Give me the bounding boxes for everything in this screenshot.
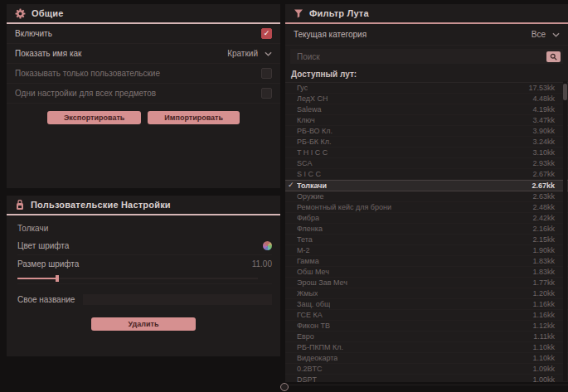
- list-item[interactable]: РБ-ВО Кл. 3.90kk: [285, 126, 568, 137]
- list-item[interactable]: М-2 1.90kk: [285, 245, 568, 256]
- list-item[interactable]: Salewa 4.19kk: [285, 104, 568, 115]
- list-item[interactable]: Фикон ТВ 1.12kk: [285, 321, 568, 332]
- item-value: 1.83kk: [532, 268, 555, 276]
- list-item[interactable]: SCA 2.93kk: [285, 158, 568, 169]
- item-value: 1.00kk: [532, 375, 555, 384]
- category-value: Все: [532, 30, 546, 39]
- item-value: 3.90kk: [532, 127, 555, 135]
- same-settings-checkbox[interactable]: [261, 88, 272, 99]
- enable-checkbox[interactable]: ✓: [261, 28, 272, 39]
- list-item[interactable]: T H I C C 3.10kk: [285, 148, 568, 158]
- setting-row-only-custom: Показывать только пользовательские: [7, 64, 280, 84]
- search-input[interactable]: [295, 51, 546, 62]
- import-button[interactable]: Импортировать: [148, 111, 240, 124]
- item-name: Фикон ТВ: [297, 322, 330, 330]
- slider-fill: [17, 278, 57, 279]
- font-color-row: Цвет шрифта: [17, 237, 272, 255]
- item-value: 2.42kk: [532, 214, 555, 222]
- item-value: 1.90kk: [532, 246, 555, 254]
- item-name: Фленка: [297, 225, 323, 233]
- item-value: 17.53kk: [528, 84, 555, 92]
- search-icon[interactable]: [546, 51, 561, 62]
- item-value: 1.20kk: [532, 289, 555, 298]
- item-name: Оружие: [297, 192, 324, 201]
- export-button[interactable]: Экспортировать: [47, 111, 141, 124]
- item-value: 3.24kk: [532, 138, 555, 146]
- divider: [17, 283, 272, 284]
- list-item[interactable]: Фленка 2.16kk: [285, 224, 568, 235]
- item-name: Жмых: [297, 289, 318, 298]
- list-item[interactable]: ЛедХ СН 4.48kk: [285, 94, 568, 104]
- item-name: Защ. общ: [297, 300, 330, 308]
- item-name: Толкачи: [297, 181, 327, 190]
- list-item[interactable]: Защ. общ 1.16kk: [285, 299, 568, 310]
- item-name: РБ-ПКПМ Кл.: [297, 343, 343, 351]
- item-value: 2.16kk: [532, 225, 555, 233]
- list-item[interactable]: Обш Меч 1.83kk: [285, 267, 568, 278]
- only-custom-checkbox[interactable]: [261, 68, 272, 79]
- list-item[interactable]: ГСЕ КА 1.16kk: [285, 310, 568, 321]
- item-name: Salewa: [297, 105, 322, 114]
- loot-list: Гус 17.53kk ЛедХ СН 4.48kk Salewa 4.19kk…: [285, 82, 568, 385]
- list-item[interactable]: Гамма 1.83kk: [285, 256, 568, 267]
- name-mode-select[interactable]: Краткий: [227, 49, 272, 58]
- item-value: 1.09kk: [532, 365, 555, 373]
- item-name: SCA: [297, 159, 313, 167]
- item-value: 1.11kk: [533, 332, 555, 341]
- item-name: Евро: [297, 332, 314, 341]
- item-value: 2.63kk: [532, 192, 555, 201]
- custom-name-input[interactable]: [83, 294, 272, 305]
- list-item[interactable]: Гус 17.53kk: [285, 83, 568, 94]
- list-item[interactable]: 0.2BTC 1.09kk: [285, 364, 568, 375]
- delete-button[interactable]: Удалить: [91, 317, 197, 331]
- item-value: 2.48kk: [532, 203, 555, 211]
- setting-row-enable: Включить ✓: [7, 24, 280, 44]
- item-name: S I C C: [297, 170, 321, 178]
- item-name: Тета: [297, 235, 313, 244]
- item-value: 4.19kk: [532, 105, 555, 114]
- name-mode-value: Краткий: [227, 49, 258, 58]
- category-select[interactable]: Все: [532, 30, 560, 39]
- search-box: [290, 49, 563, 64]
- list-item[interactable]: Эрош Зав Меч 1.77kk: [285, 278, 568, 288]
- list-item[interactable]: Евро 1.11kk: [285, 332, 568, 342]
- list-scrollbar-thumb[interactable]: [563, 84, 567, 100]
- item-value: 1.16kk: [532, 311, 555, 319]
- list-item[interactable]: Ключ 3.47kk: [285, 115, 568, 126]
- item-value: 1.16kk: [532, 300, 555, 308]
- export-import-row: Экспортировать Импортировать: [7, 111, 280, 124]
- list-item[interactable]: Тета 2.15kk: [285, 235, 568, 245]
- list-item[interactable]: DSPT 1.00kk: [285, 375, 568, 385]
- item-name: T H I C C: [297, 148, 328, 157]
- item-name: Гамма: [297, 257, 319, 265]
- item-value: 1.10kk: [532, 354, 555, 362]
- selected-item-name: Толкачи: [7, 215, 280, 237]
- list-item[interactable]: ✓ Толкачи 2.67kk: [285, 180, 568, 191]
- check-icon: ✓: [288, 181, 294, 189]
- list-scrollbar[interactable]: [563, 81, 567, 381]
- list-item[interactable]: S I C C 2.67kk: [285, 169, 568, 180]
- item-value: 1.83kk: [532, 257, 555, 265]
- item-name: РБ-ВО Кл.: [297, 127, 333, 135]
- slider-handle[interactable]: [56, 275, 59, 282]
- item-value: 3.47kk: [532, 116, 555, 124]
- chevron-down-icon: [552, 32, 560, 37]
- list-item[interactable]: Оружие 2.63kk: [285, 191, 568, 202]
- color-wheel-icon[interactable]: [263, 241, 272, 250]
- list-item[interactable]: Ремонтный кейс для брони 2.48kk: [285, 202, 568, 213]
- font-size-slider[interactable]: [17, 275, 272, 282]
- app-window: Общие Включить ✓ Показать имя как Кратки…: [0, 0, 568, 392]
- setting-row-same-settings: Одни настройки для всех предметов: [7, 84, 280, 104]
- list-item[interactable]: Фибра 2.42kk: [285, 213, 568, 224]
- list-item[interactable]: РБ-ПКПМ Кл. 1.10kk: [285, 342, 568, 353]
- setting-label: Одни настройки для всех предметов: [15, 89, 156, 98]
- list-item[interactable]: РБ-БК Кл. 3.24kk: [285, 137, 568, 148]
- list-item[interactable]: Жмых 1.20kk: [285, 288, 568, 299]
- font-color-label: Цвет шрифта: [17, 241, 69, 250]
- item-value: 4.48kk: [532, 94, 555, 103]
- item-value: 2.67kk: [532, 181, 555, 190]
- list-item[interactable]: Видеокарта 1.10kk: [285, 353, 568, 364]
- scroll-handle[interactable]: [280, 383, 289, 391]
- custom-panel-header: Пользовательские Настройки: [7, 196, 280, 215]
- item-name: ГСЕ КА: [297, 311, 323, 319]
